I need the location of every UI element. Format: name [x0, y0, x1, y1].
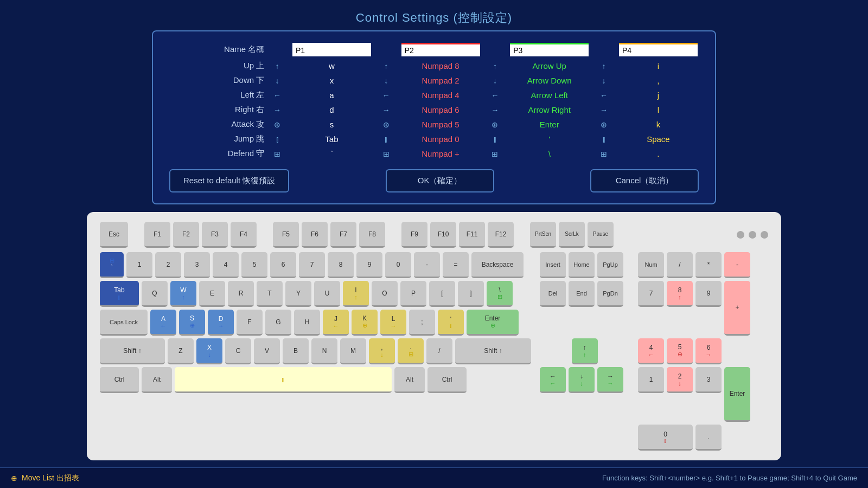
key-m[interactable]: M: [340, 338, 366, 364]
key-num-0[interactable]: 0 ⫿: [638, 425, 693, 451]
key-1[interactable]: 1: [126, 252, 152, 278]
key-backslash[interactable]: \ ⊞: [487, 281, 513, 307]
key-f4[interactable]: F4: [231, 222, 257, 248]
p1-key-cell[interactable]: w: [287, 59, 376, 73]
p3-key-cell[interactable]: Enter: [505, 118, 594, 131]
p4-key-cell[interactable]: i: [614, 59, 703, 73]
key-o[interactable]: O: [372, 281, 398, 307]
cancel-button[interactable]: Cancel（取消）: [590, 169, 699, 192]
ok-button[interactable]: OK（確定）: [386, 169, 494, 192]
key-num-asterisk[interactable]: *: [695, 252, 722, 278]
p4-key-cell[interactable]: Space: [614, 132, 703, 146]
p3-key-cell[interactable]: Arrow Left: [505, 88, 594, 102]
key-2[interactable]: 2: [155, 252, 181, 278]
key-ctrl-r[interactable]: Ctrl: [427, 367, 467, 393]
key-e[interactable]: E: [199, 281, 225, 307]
key-tab[interactable]: Tab ⫿: [100, 281, 139, 307]
p1-key-cell[interactable]: s: [287, 118, 376, 131]
p1-name-input[interactable]: [292, 43, 371, 56]
p1-key-cell[interactable]: d: [287, 103, 376, 117]
p2-key-cell[interactable]: Numpad 2: [396, 74, 486, 87]
key-pgup[interactable]: PgUp: [597, 252, 623, 278]
key-num-minus[interactable]: -: [724, 252, 750, 278]
key-f8[interactable]: F8: [359, 222, 385, 248]
key-scrlk[interactable]: ScrLk: [559, 222, 585, 248]
key-backspace[interactable]: Backspace: [471, 252, 524, 278]
p4-key-cell[interactable]: .: [614, 147, 703, 160]
key-y[interactable]: Y: [285, 281, 311, 307]
key-minus[interactable]: -: [414, 252, 440, 278]
key-num-7[interactable]: 7: [638, 281, 664, 307]
key-0[interactable]: 0: [385, 252, 411, 278]
key-num-6[interactable]: 6 →: [695, 338, 722, 364]
key-equal[interactable]: =: [443, 252, 469, 278]
key-space[interactable]: ⫿: [175, 367, 392, 393]
key-f6[interactable]: F6: [302, 222, 328, 248]
key-c[interactable]: C: [225, 338, 251, 364]
key-r[interactable]: R: [228, 281, 254, 307]
reset-button[interactable]: Reset to default 恢復預設: [169, 169, 289, 192]
p3-key-cell[interactable]: ': [505, 132, 594, 146]
key-h[interactable]: H: [294, 310, 320, 336]
key-f5[interactable]: F5: [273, 222, 299, 248]
key-j[interactable]: J ←: [323, 310, 349, 336]
key-x[interactable]: X ↓: [196, 338, 222, 364]
key-arrow-down[interactable]: ↓ ↓: [569, 367, 595, 393]
key-num-slash[interactable]: /: [667, 252, 693, 278]
key-num-enter[interactable]: Enter: [724, 367, 750, 422]
key-3[interactable]: 3: [184, 252, 210, 278]
key-5[interactable]: 5: [241, 252, 267, 278]
key-f7[interactable]: F7: [330, 222, 356, 248]
key-shift-l[interactable]: Shift ↑: [100, 338, 165, 364]
p2-key-cell[interactable]: Numpad 6: [396, 103, 486, 117]
key-p[interactable]: P: [400, 281, 426, 307]
p2-key-cell[interactable]: Numpad +: [396, 147, 486, 160]
key-v[interactable]: V: [254, 338, 280, 364]
key-num-5[interactable]: 5 ⊕: [667, 338, 693, 364]
p3-key-cell[interactable]: Arrow Up: [505, 59, 594, 73]
p2-name-input[interactable]: [401, 43, 480, 56]
p1-key-cell[interactable]: a: [287, 88, 376, 102]
p4-key-cell[interactable]: l: [614, 103, 703, 117]
key-f1[interactable]: F1: [144, 222, 170, 248]
key-num-plus[interactable]: +: [724, 281, 750, 336]
key-rbracket[interactable]: ]: [458, 281, 484, 307]
key-g[interactable]: G: [265, 310, 291, 336]
p1-key-cell[interactable]: x: [287, 74, 376, 87]
key-arrow-right[interactable]: → →: [597, 367, 623, 393]
key-num-dot[interactable]: .: [695, 425, 722, 451]
key-quote[interactable]: ' ⫿: [438, 310, 464, 336]
key-prtscn[interactable]: PrtScn: [530, 222, 556, 248]
key-d[interactable]: D →: [208, 310, 234, 336]
key-u[interactable]: U: [314, 281, 340, 307]
key-k[interactable]: K ⊕: [352, 310, 378, 336]
key-alt-l[interactable]: Alt: [142, 367, 172, 393]
key-backtick[interactable]: ⊞ `: [100, 252, 124, 278]
key-capslock[interactable]: Caps Lock: [100, 310, 148, 336]
key-f12[interactable]: F12: [488, 222, 514, 248]
p4-name-input[interactable]: [619, 43, 698, 56]
key-num-1[interactable]: 1: [638, 367, 664, 393]
key-pause[interactable]: Pause: [588, 222, 614, 248]
key-6[interactable]: 6: [270, 252, 296, 278]
key-8[interactable]: 8: [328, 252, 354, 278]
key-t[interactable]: T: [257, 281, 283, 307]
key-arrow-left[interactable]: ← ←: [540, 367, 566, 393]
key-f2[interactable]: F2: [173, 222, 199, 248]
p2-key-cell[interactable]: Numpad 4: [396, 88, 486, 102]
key-ctrl-l[interactable]: Ctrl: [100, 367, 139, 393]
key-end[interactable]: End: [569, 281, 595, 307]
key-i[interactable]: I ↑: [343, 281, 369, 307]
key-f3[interactable]: F3: [202, 222, 228, 248]
p3-key-cell[interactable]: \: [505, 147, 594, 160]
p3-key-cell[interactable]: Arrow Down: [505, 74, 594, 87]
key-esc[interactable]: Esc: [100, 222, 128, 248]
p4-key-cell[interactable]: ,: [614, 74, 703, 87]
p1-key-cell[interactable]: Tab: [287, 132, 376, 146]
key-f9[interactable]: F9: [401, 222, 427, 248]
key-semicolon[interactable]: ;: [409, 310, 435, 336]
key-del[interactable]: Del: [540, 281, 566, 307]
key-f10[interactable]: F10: [430, 222, 456, 248]
key-num-3[interactable]: 3: [695, 367, 722, 393]
key-home[interactable]: Home: [569, 252, 595, 278]
